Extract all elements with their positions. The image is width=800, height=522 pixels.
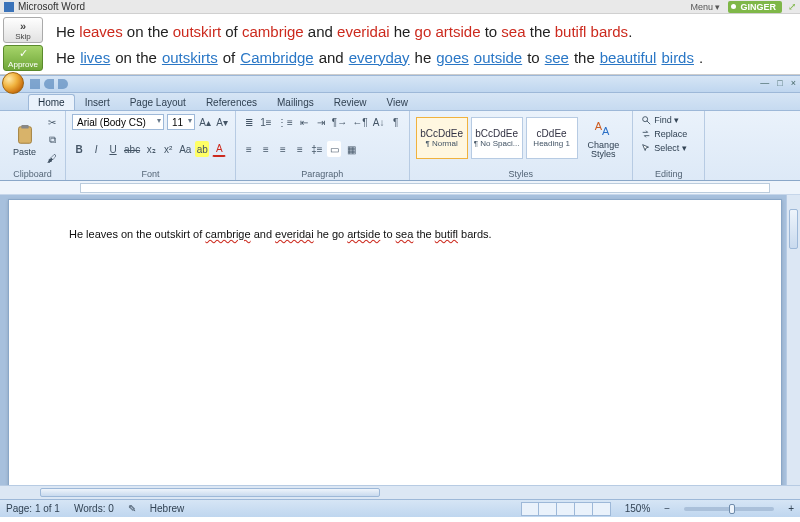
error-word[interactable]: artside xyxy=(435,23,480,40)
misspelled-word[interactable]: sea xyxy=(396,228,414,240)
zoom-slider[interactable] xyxy=(684,507,774,511)
rtl-button[interactable]: ←¶ xyxy=(351,114,368,130)
suggestion-word[interactable]: outskirts xyxy=(162,49,218,66)
minimize-icon[interactable]: — xyxy=(760,78,769,88)
bold-button[interactable]: B xyxy=(72,141,86,157)
shrink-font-button[interactable]: A▾ xyxy=(215,114,229,130)
suggestion-word[interactable]: everyday xyxy=(349,49,410,66)
style--normal[interactable]: bCcDdEe¶ Normal xyxy=(416,117,468,159)
vertical-scrollbar[interactable] xyxy=(786,195,800,485)
suggestion-word[interactable]: outside xyxy=(474,49,522,66)
view-draft[interactable] xyxy=(593,502,611,516)
change-case-button[interactable]: Aa xyxy=(178,141,192,157)
close-icon[interactable]: × xyxy=(791,78,796,88)
grow-font-button[interactable]: A▴ xyxy=(198,114,212,130)
decrease-indent-button[interactable]: ⇤ xyxy=(297,114,311,130)
skip-button[interactable]: » Skip xyxy=(3,17,43,43)
font-color-button[interactable]: A xyxy=(212,141,226,157)
select-button[interactable]: Select ▾ xyxy=(639,142,698,154)
paste-button[interactable]: Paste xyxy=(6,114,43,166)
undo-icon[interactable] xyxy=(44,79,54,89)
underline-button[interactable]: U xyxy=(106,141,120,157)
text-fragment[interactable]: to xyxy=(380,228,395,240)
line-spacing-button[interactable]: ‡≡ xyxy=(310,141,324,157)
bullets-button[interactable]: ≣ xyxy=(242,114,256,130)
horizontal-ruler[interactable] xyxy=(0,181,800,195)
text-fragment[interactable]: He leaves on the outskirt of xyxy=(69,228,205,240)
misspelled-word[interactable]: everidai xyxy=(275,228,314,240)
borders-button[interactable]: ▦ xyxy=(344,141,358,157)
tab-view[interactable]: View xyxy=(377,94,419,110)
italic-button[interactable]: I xyxy=(89,141,103,157)
align-right-button[interactable]: ≡ xyxy=(276,141,290,157)
status-language[interactable]: Hebrew xyxy=(150,503,184,514)
change-styles-button[interactable]: AAChangeStyles xyxy=(581,114,627,162)
text-fragment[interactable]: and xyxy=(251,228,275,240)
document-text[interactable]: He leaves on the outskirt of cambrige an… xyxy=(69,228,721,240)
error-word[interactable]: go xyxy=(415,23,432,40)
error-word[interactable]: cambrige xyxy=(242,23,304,40)
suggestion-word[interactable]: Cambridge xyxy=(240,49,313,66)
horizontal-scroll-thumb[interactable] xyxy=(40,488,380,497)
vertical-scroll-thumb[interactable] xyxy=(789,209,798,249)
tab-home[interactable]: Home xyxy=(28,94,75,110)
style--no-spaci-[interactable]: bCcDdEe¶ No Spaci... xyxy=(471,117,523,159)
view-outline[interactable] xyxy=(575,502,593,516)
ginger-brand-badge[interactable]: GINGER xyxy=(728,1,782,13)
superscript-button[interactable]: x² xyxy=(161,141,175,157)
highlight-button[interactable]: ab xyxy=(195,141,209,157)
font-name-combo[interactable]: Arial (Body CS) xyxy=(72,114,164,130)
office-button[interactable] xyxy=(2,72,24,94)
sort-button[interactable]: A↓ xyxy=(372,114,386,130)
zoom-in-button[interactable]: + xyxy=(788,503,794,514)
error-word[interactable]: everidai xyxy=(337,23,390,40)
misspelled-word[interactable]: cambrige xyxy=(205,228,250,240)
suggestion-word[interactable]: lives xyxy=(80,49,110,66)
cut-button[interactable]: ✂ xyxy=(45,114,59,130)
horizontal-scrollbar[interactable] xyxy=(0,485,800,499)
error-word[interactable]: butifl xyxy=(555,23,587,40)
error-word[interactable]: leaves xyxy=(79,23,122,40)
redo-icon[interactable] xyxy=(58,79,68,89)
document-page[interactable]: He leaves on the outskirt of cambrige an… xyxy=(8,199,782,485)
tab-review[interactable]: Review xyxy=(324,94,377,110)
ginger-menu[interactable]: Menu ▾ xyxy=(690,2,720,12)
tab-insert[interactable]: Insert xyxy=(75,94,120,110)
font-size-combo[interactable]: 11 xyxy=(167,114,195,130)
tab-mailings[interactable]: Mailings xyxy=(267,94,324,110)
error-word[interactable]: outskirt xyxy=(173,23,221,40)
copy-button[interactable]: ⧉ xyxy=(45,132,59,148)
misspelled-word[interactable]: artside xyxy=(347,228,380,240)
strikethrough-button[interactable]: abc xyxy=(123,141,141,157)
view-print-layout[interactable] xyxy=(521,502,539,516)
ltr-button[interactable]: ¶→ xyxy=(331,114,348,130)
multilevel-button[interactable]: ⋮≡ xyxy=(276,114,294,130)
align-justify-button[interactable]: ≡ xyxy=(293,141,307,157)
text-fragment[interactable]: bards. xyxy=(458,228,492,240)
numbering-button[interactable]: 1≡ xyxy=(259,114,273,130)
error-word[interactable]: bards xyxy=(591,23,629,40)
zoom-out-button[interactable]: − xyxy=(664,503,670,514)
subscript-button[interactable]: x₂ xyxy=(144,141,158,157)
approve-button[interactable]: ✓ Approve xyxy=(3,45,43,71)
restore-icon[interactable]: □ xyxy=(777,78,782,88)
style-heading-1[interactable]: cDdEeHeading 1 xyxy=(526,117,578,159)
suggestion-word[interactable]: beautiful xyxy=(600,49,657,66)
shading-button[interactable]: ▭ xyxy=(327,141,341,157)
text-fragment[interactable]: he go xyxy=(314,228,348,240)
status-page[interactable]: Page: 1 of 1 xyxy=(6,503,60,514)
align-left-button[interactable]: ≡ xyxy=(242,141,256,157)
text-fragment[interactable]: the xyxy=(413,228,434,240)
format-painter-button[interactable]: 🖌 xyxy=(45,150,59,166)
save-icon[interactable] xyxy=(30,79,40,89)
error-word[interactable]: sea xyxy=(501,23,525,40)
status-words[interactable]: Words: 0 xyxy=(74,503,114,514)
tab-page-layout[interactable]: Page Layout xyxy=(120,94,196,110)
status-proofing-icon[interactable]: ✎ xyxy=(128,503,136,514)
status-zoom[interactable]: 150% xyxy=(625,503,651,514)
zoom-slider-knob[interactable] xyxy=(729,504,735,514)
view-web-layout[interactable] xyxy=(557,502,575,516)
show-marks-button[interactable]: ¶ xyxy=(389,114,403,130)
suggestion-word[interactable]: birds xyxy=(661,49,694,66)
align-center-button[interactable]: ≡ xyxy=(259,141,273,157)
